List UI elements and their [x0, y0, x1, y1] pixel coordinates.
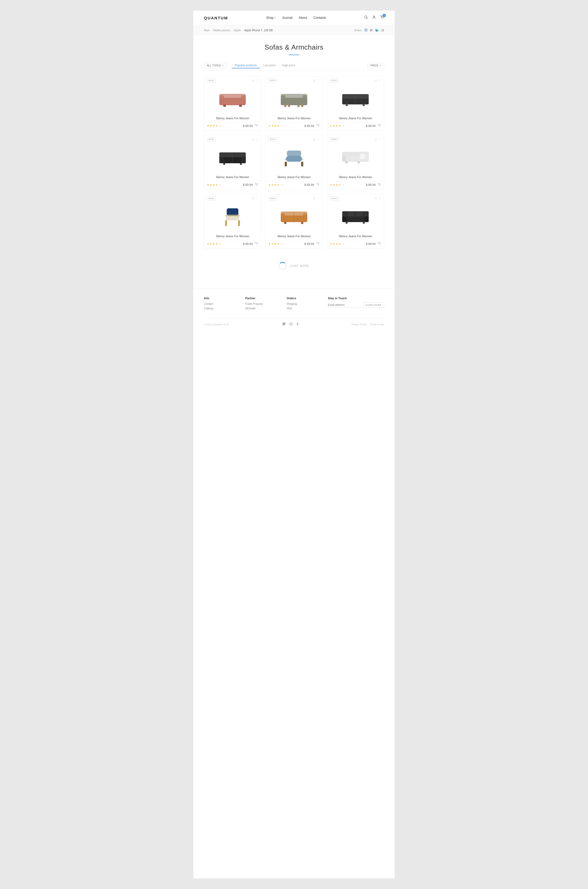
- email-input[interactable]: [328, 302, 362, 308]
- list-icon[interactable]: ≡: [314, 79, 315, 83]
- wishlist-icon[interactable]: ♡: [317, 196, 320, 200]
- add-to-cart-icon[interactable]: [378, 183, 381, 187]
- product-image: [327, 141, 384, 173]
- nav-shop[interactable]: Shop ▾: [266, 16, 276, 20]
- filter-tab-low[interactable]: Low price: [260, 63, 279, 68]
- wishlist-icon[interactable]: ♡: [255, 79, 258, 83]
- list-icon[interactable]: ≡: [375, 79, 376, 83]
- footer-link-faq[interactable]: FAQ: [286, 307, 322, 310]
- card-header: NEW ≡ ♡: [204, 194, 261, 200]
- product-card-5[interactable]: NEW ≡ ♡ Skinny Jeans For Women ★★★★★ $ 6…: [266, 135, 322, 190]
- filter-tab-high[interactable]: High price: [279, 63, 298, 68]
- search-icon[interactable]: [364, 15, 368, 20]
- star-empty: ★: [219, 124, 221, 127]
- facebook-footer-icon[interactable]: [296, 322, 298, 326]
- add-to-cart-icon[interactable]: [316, 183, 320, 187]
- product-card-4[interactable]: NEW ≡ ♡ Skinny Jeans For Women ★★★★★ $ 6…: [204, 135, 261, 190]
- breadcrumb-apple[interactable]: Apple: [234, 29, 241, 32]
- filter-price-dropdown[interactable]: PRICE ▾: [368, 63, 384, 68]
- product-card-1[interactable]: NEW ≡ ♡ Skinny Jeans For Women ★★★★★ $ 6…: [204, 76, 261, 131]
- star-full: ★: [268, 242, 271, 245]
- instagram-footer-icon[interactable]: [289, 322, 292, 326]
- card-actions: ≡ ♡: [375, 79, 381, 83]
- footer-link-catalog[interactable]: Catalog: [204, 307, 240, 310]
- product-card-6[interactable]: NEW ≡ ♡ Skinny Jeans For Women ★★★★★ $ 6…: [327, 135, 384, 190]
- product-rating: ★★★★★: [330, 124, 344, 127]
- footer-link-wholesale[interactable]: Whosale: [245, 307, 281, 310]
- load-more-button[interactable]: LOAD MORE: [290, 265, 309, 268]
- list-icon[interactable]: ≡: [314, 196, 315, 200]
- list-icon[interactable]: ≡: [314, 138, 315, 141]
- add-to-cart-icon[interactable]: [316, 124, 320, 128]
- twitter-footer-icon[interactable]: [282, 322, 285, 326]
- svg-rect-21: [297, 105, 300, 107]
- product-card-7[interactable]: NEW ≡ ♡ Skinny Jeans For Women ★★★★★ $ 6…: [204, 194, 261, 249]
- svg-rect-54: [358, 161, 360, 164]
- footer-col-orders: Orders Shipping FAQ: [286, 296, 322, 311]
- svg-rect-45: [301, 162, 303, 167]
- product-price: $ 69.94: [243, 242, 253, 245]
- list-icon[interactable]: ≡: [252, 196, 254, 200]
- wishlist-icon[interactable]: ♡: [378, 138, 381, 141]
- footer-link-contact[interactable]: Contact: [204, 302, 240, 305]
- product-card-2[interactable]: NEW ≡ ♡ Skinny Jeans For Women ★★★★★ $ 6…: [266, 76, 322, 131]
- list-icon[interactable]: ≡: [375, 196, 376, 200]
- list-icon[interactable]: ≡: [252, 138, 254, 141]
- footer-col-partner: Partner Trade Program Whosale: [245, 296, 281, 311]
- add-to-cart-icon[interactable]: [255, 124, 258, 128]
- user-icon[interactable]: [372, 15, 376, 20]
- svg-point-63: [256, 244, 256, 245]
- breadcrumb-main[interactable]: Main: [204, 29, 210, 32]
- svg-point-40: [256, 185, 256, 186]
- filter-tab-popular[interactable]: Popular products: [232, 63, 260, 68]
- product-image: [204, 200, 261, 232]
- star-full: ★: [274, 124, 276, 127]
- wishlist-icon[interactable]: ♡: [255, 196, 258, 200]
- footer-terms-link[interactable]: Terms of Use: [370, 323, 384, 326]
- breadcrumb-mobile-phones[interactable]: Mobile phones: [213, 29, 230, 32]
- add-to-cart-icon[interactable]: [255, 183, 258, 187]
- fb-count: 45: [370, 29, 373, 32]
- product-card-8[interactable]: NEW ≡ ♡ Skinny Jeans For Women ★★★★★ $ 6…: [266, 194, 322, 249]
- star-full: ★: [271, 124, 274, 127]
- breadcrumb-sep-1: ›: [211, 29, 212, 32]
- add-to-cart-icon[interactable]: [316, 242, 320, 246]
- wishlist-icon[interactable]: ♡: [378, 196, 381, 200]
- facebook-share-icon[interactable]: Ⓝ: [364, 28, 368, 33]
- card-actions: ≡ ♡: [314, 138, 320, 141]
- cart-icon[interactable]: 1: [380, 15, 384, 20]
- price-cart: $ 69.94: [304, 242, 320, 246]
- subscribe-button[interactable]: SUBSCRIBE: [363, 302, 384, 308]
- card-header: NEW ≡ ♡: [204, 76, 261, 83]
- add-to-cart-icon[interactable]: [255, 242, 258, 246]
- nav-about[interactable]: About: [299, 16, 307, 20]
- product-card-3[interactable]: NEW ≡ ♡ Skinny Jeans For Women ★★★★★ $ 6…: [327, 76, 384, 131]
- wishlist-icon[interactable]: ♡: [317, 138, 320, 141]
- wishlist-icon[interactable]: ♡: [317, 79, 320, 83]
- add-to-cart-icon[interactable]: [378, 124, 381, 128]
- svg-rect-52: [342, 152, 359, 156]
- footer-link-shipping[interactable]: Shipping: [286, 302, 322, 305]
- twitter-share-icon[interactable]: 🐦: [375, 29, 379, 32]
- add-to-cart-icon[interactable]: [378, 242, 381, 246]
- star-full: ★: [333, 184, 335, 187]
- nav-journal[interactable]: Journal: [282, 16, 292, 20]
- product-image: [266, 141, 322, 173]
- footer-link-trade[interactable]: Trade Program: [245, 302, 281, 305]
- list-icon[interactable]: ≡: [375, 138, 376, 141]
- nav-contacts[interactable]: Contacts: [314, 16, 326, 20]
- wishlist-icon[interactable]: ♡: [378, 79, 381, 83]
- filter-types-dropdown[interactable]: ALL TYPES ▾: [204, 63, 226, 68]
- product-card-9[interactable]: NEW ≡ ♡ Skinny Jeans For Women ★★★★★ $ 6…: [327, 194, 384, 249]
- product-name: Skinny Jeans For Women: [266, 114, 322, 122]
- breadcrumb-current: Apple iPhone 7, 128 GB: [244, 29, 273, 32]
- star-full: ★: [336, 184, 338, 187]
- wishlist-icon[interactable]: ♡: [255, 138, 258, 141]
- star-full: ★: [274, 242, 276, 245]
- svg-point-23: [319, 127, 319, 127]
- footer-col-newsletter-title: Stay in Touch: [328, 296, 384, 300]
- svg-rect-10: [239, 105, 242, 107]
- list-icon[interactable]: ≡: [252, 79, 254, 83]
- footer-privacy-link[interactable]: Privacy Policy: [351, 323, 366, 326]
- svg-point-41: [257, 185, 258, 186]
